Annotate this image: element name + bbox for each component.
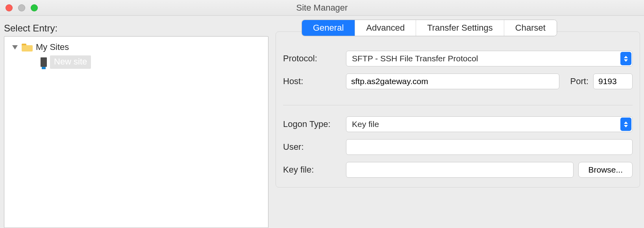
section-divider (283, 105, 633, 105)
port-label: Port: (570, 76, 588, 86)
select-entry-label: Select Entry: (4, 23, 268, 34)
window-title: Site Manager (0, 3, 644, 13)
select-stepper-icon (620, 52, 631, 65)
logon-type-select[interactable]: Key file (346, 116, 633, 132)
general-panel: Protocol: SFTP - SSH File Transfer Proto… (276, 31, 640, 188)
tab-transfer[interactable]: Transfer Settings (416, 20, 504, 36)
tree-root-mysites[interactable]: My Sites (7, 40, 266, 55)
user-input[interactable] (346, 139, 633, 155)
protocol-select[interactable]: SFTP - SSH File Transfer Protocol (346, 51, 633, 66)
protocol-label: Protocol: (283, 53, 346, 64)
user-label: User: (283, 142, 346, 152)
key-file-label: Key file: (283, 165, 346, 175)
protocol-value: SFTP - SSH File Transfer Protocol (352, 54, 478, 63)
site-tree[interactable]: My Sites New site (4, 36, 268, 228)
title-bar: Site Manager (0, 0, 644, 16)
logon-type-label: Logon Type: (283, 119, 346, 129)
folder-icon (22, 43, 33, 51)
tree-item-label: New site (50, 55, 91, 69)
key-file-input[interactable] (346, 162, 574, 178)
tab-charset[interactable]: Charset (504, 20, 557, 36)
host-input[interactable] (346, 74, 559, 89)
logon-type-value: Key file (352, 120, 379, 129)
tab-bar: General Advanced Transfer Settings Chars… (302, 20, 557, 36)
tab-general[interactable]: General (302, 20, 355, 36)
disclosure-triangle-icon[interactable] (12, 45, 18, 50)
tab-advanced[interactable]: Advanced (355, 20, 416, 36)
server-icon (41, 57, 47, 67)
port-input[interactable] (593, 74, 633, 89)
browse-button[interactable]: Browse... (578, 162, 633, 178)
host-label: Host: (283, 76, 346, 86)
select-stepper-icon (620, 118, 631, 131)
tree-root-label: My Sites (36, 42, 69, 52)
tree-item-new-site[interactable]: New site (7, 55, 266, 70)
